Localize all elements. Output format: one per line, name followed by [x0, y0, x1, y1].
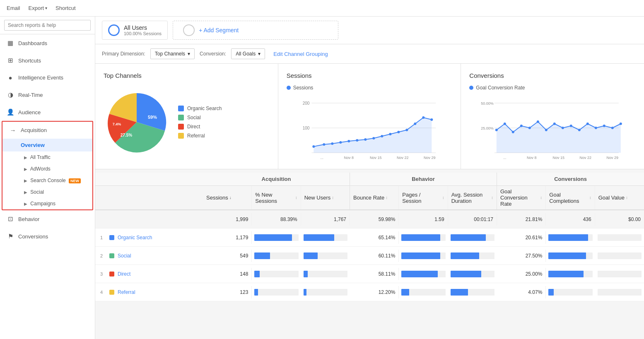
goal-conv-rate-col-header[interactable]: Goal Conversion Rate ↕	[497, 186, 546, 209]
legend-referral: Referral	[178, 133, 222, 139]
sessions-legend: Sessions	[287, 85, 453, 91]
sidebar-item-realtime[interactable]: ◑ Real-Time	[0, 86, 95, 103]
collapse-icon: ▶	[24, 167, 27, 171]
acquisition-icon: →	[9, 127, 17, 134]
referral-link[interactable]: Referral	[118, 289, 135, 295]
organic-avg-session-bar	[448, 231, 497, 244]
bounce-rate-col-header[interactable]: Bounce Rate ↕	[350, 186, 399, 209]
export-chevron-icon: ▾	[45, 6, 47, 10]
sidebar: ▦ Dashboards ⊞ Shortcuts ● Intelligence …	[0, 17, 95, 339]
conversions-legend-color	[469, 86, 473, 90]
svg-text:200: 200	[302, 101, 309, 106]
avg-session-col-header[interactable]: Avg. Session Duration ↕	[448, 186, 497, 209]
table-row: 3 Direct 148 58.11% 25.00%	[95, 265, 644, 283]
add-segment-button[interactable]: + Add Segment	[173, 21, 338, 40]
direct-goal-value-bar	[595, 267, 644, 281]
sidebar-item-acquisition[interactable]: → Acquisition	[2, 122, 92, 139]
svg-point-26	[414, 123, 416, 125]
svg-text:Nov 15: Nov 15	[553, 156, 565, 160]
sidebar-item-social[interactable]: ▶ Social	[2, 186, 92, 198]
direct-bounce-rate: 58.11%	[350, 268, 399, 280]
direct-avg-session-bar	[448, 267, 497, 281]
sort-icon: ↕	[386, 195, 388, 200]
acquisition-section: → Acquisition Overview ▶ All Traffic ▶ A…	[2, 121, 93, 210]
segment-circle-icon	[108, 24, 120, 36]
social-pages-bar	[399, 249, 448, 262]
email-button[interactable]: Email	[7, 3, 20, 13]
sidebar-item-intelligence[interactable]: ● Intelligence Events	[0, 69, 95, 86]
pages-session-col-header[interactable]: Pages / Session ↕	[399, 186, 448, 209]
direct-goal-comp-bar	[546, 267, 595, 281]
sessions-panel: Sessions Sessions 200 100 ... Nov 8	[278, 64, 461, 169]
svg-point-41	[504, 123, 506, 125]
conversions-title: Conversions	[469, 72, 636, 79]
search-input[interactable]	[4, 20, 91, 31]
sidebar-item-search-console[interactable]: ▶ Search Console NEW	[2, 175, 92, 186]
svg-text:...: ...	[320, 156, 323, 160]
svg-point-19	[356, 139, 358, 142]
sidebar-item-all-traffic[interactable]: ▶ All Traffic	[2, 151, 92, 163]
new-users-col-header[interactable]: New Users ↕	[301, 186, 350, 209]
organic-search-link[interactable]: Organic Search	[118, 235, 152, 240]
sessions-col-header[interactable]: Sessions ↓	[203, 186, 252, 209]
legend-direct: Direct	[178, 124, 222, 130]
referral-pages-bar	[399, 286, 448, 299]
goal-completions-col-header[interactable]: Goal Completions ↕	[546, 186, 595, 209]
social-link[interactable]: Social	[118, 253, 131, 259]
organic-new-users-bar	[301, 231, 350, 244]
new-sessions-col-header[interactable]: % New Sessions ↕	[252, 186, 301, 209]
direct-link[interactable]: Direct	[118, 271, 130, 277]
svg-point-49	[570, 125, 572, 127]
svg-point-51	[586, 123, 589, 125]
export-button[interactable]: Export ▾	[29, 3, 48, 13]
direct-new-sessions-bar	[252, 267, 301, 281]
svg-text:7.4%: 7.4%	[113, 122, 121, 126]
edit-channel-link[interactable]: Edit Channel Grouping	[273, 51, 328, 57]
svg-text:...: ...	[503, 156, 507, 160]
sidebar-item-audience[interactable]: 👤 Audience	[0, 103, 95, 121]
shortcuts-icon: ⊞	[7, 57, 14, 64]
legend-social: Social	[178, 115, 222, 120]
svg-point-27	[422, 116, 425, 119]
organic-dot	[109, 235, 114, 240]
shortcut-button[interactable]: Shortcut	[55, 3, 75, 13]
sidebar-item-behavior[interactable]: ⊡ Behavior	[0, 210, 95, 228]
sidebar-item-campaigns[interactable]: ▶ Campaigns	[2, 198, 92, 209]
svg-point-14	[312, 145, 315, 148]
behavior-icon: ⊡	[7, 215, 14, 223]
total-pages-session: 1.59	[399, 213, 448, 226]
svg-text:59%: 59%	[148, 115, 157, 120]
total-new-users: 1,767	[301, 213, 350, 226]
sidebar-item-adwords[interactable]: ▶ AdWords	[2, 163, 92, 175]
svg-point-15	[323, 143, 325, 146]
svg-point-48	[562, 127, 564, 129]
svg-text:Nov 29: Nov 29	[607, 156, 619, 160]
direct-color	[178, 124, 184, 130]
svg-text:100: 100	[302, 126, 309, 130]
dimension-row: Primary Dimension: Top Channels ▾ Conver…	[95, 44, 644, 64]
organic-sessions: 1,179	[203, 231, 252, 244]
social-goal-conv-rate: 27.50%	[497, 250, 546, 262]
svg-text:Nov 29: Nov 29	[424, 156, 436, 160]
goal-value-col-header[interactable]: Goal Value ↕	[595, 186, 644, 209]
conversion-label: Conversion:	[200, 51, 226, 57]
svg-text:Nov 22: Nov 22	[397, 156, 409, 160]
referral-goal-conv-rate: 4.07%	[497, 286, 546, 298]
referral-dot	[109, 290, 114, 295]
svg-point-21	[372, 137, 375, 139]
top-channels-select[interactable]: Top Channels ▾	[150, 48, 195, 59]
conversions-icon: ⚑	[7, 233, 14, 240]
referral-goal-comp-bar	[546, 286, 595, 299]
total-sessions: 1,999	[203, 213, 252, 226]
sidebar-item-conversions[interactable]: ⚑ Conversions	[0, 228, 95, 245]
sidebar-item-shortcuts[interactable]: ⊞ Shortcuts	[0, 52, 95, 69]
social-color	[178, 115, 184, 120]
organic-goal-comp-bar	[546, 231, 595, 244]
all-users-segment[interactable]: All Users 100.00% Sessions	[102, 21, 168, 40]
table-row: 1 Organic Search 1,179 65.14%	[95, 228, 644, 247]
all-goals-select[interactable]: All Goals ▾	[231, 48, 265, 59]
sidebar-item-overview[interactable]: Overview	[2, 139, 92, 151]
top-toolbar: Email Export ▾ Shortcut	[0, 0, 644, 17]
sidebar-item-dashboards[interactable]: ▦ Dashboards	[0, 34, 95, 52]
organic-search-color	[178, 106, 184, 111]
